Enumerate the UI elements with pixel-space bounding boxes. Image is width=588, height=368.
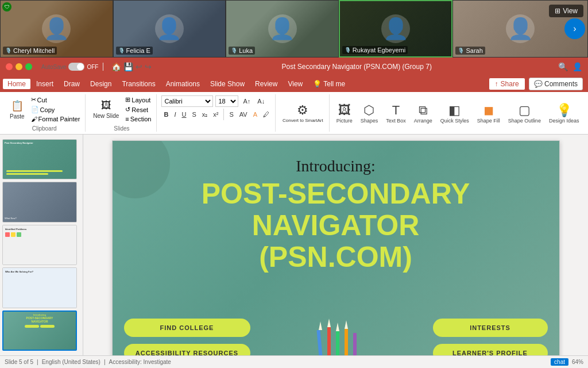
share-button[interactable]: ↑ Share [489,78,525,90]
slide-canvas[interactable]: Introducing: POST-SECONDARY NAVIGATOR (P… [112,140,560,355]
copy-button[interactable]: 📄 Copy [29,105,82,114]
font-color-button[interactable]: A [251,110,260,118]
video-tile-felicia[interactable]: 👤 🎙️ Felicia E [113,0,226,57]
chat-indicator[interactable]: chat [551,358,568,366]
view-button[interactable]: ⊞ View [549,5,583,17]
cut-button[interactable]: ✂ Cut [29,95,82,104]
subscript-button[interactable]: x₂ [200,110,210,119]
slide-thumbnail-2[interactable]: What Now? [2,182,77,222]
accessibility-button[interactable]: ACCESSIBILITY RESOURCES [124,344,250,355]
search-icon[interactable]: 🔍 [558,62,568,71]
slide-thumbnail-3[interactable]: Identified Problems [2,225,77,265]
accessibility-status: Accessibility: Investigate [109,359,171,365]
home-icon[interactable]: 🏠 [111,62,121,71]
participant-name-sarah: 🎙️ Sarah [455,47,485,55]
comments-button[interactable]: 💬 Comments [529,78,583,90]
main-area: Post Secondary Navigator What Now? Ident… [0,135,588,355]
reset-button[interactable]: ↺ Reset [123,105,153,114]
strikethrough-button[interactable]: S [189,110,198,118]
arrange-button[interactable]: ⧉ Arrange [412,102,435,125]
close-button[interactable] [6,63,13,70]
picture-button[interactable]: 🖼 Picture [334,102,355,125]
slide-thumbnail-1[interactable]: Post Secondary Navigator [2,139,77,179]
slide-thumbnail-5[interactable]: Introducing POST-SECONDARY NAVIGATOR [2,310,77,351]
layout-button[interactable]: ⊞ Layout [123,95,153,104]
menu-design[interactable]: Design [86,79,116,89]
font-size-select[interactable]: 18 [215,95,238,107]
svg-marker-5 [336,323,339,331]
quick-styles-button[interactable]: ◧ Quick Styles [438,102,471,125]
document-title: Post Secondary Navigator (PSN.COM) (Grou… [160,63,554,71]
new-slide-button[interactable]: 🖼 New Slide [90,98,122,121]
expand-arrow-button[interactable]: › [564,18,585,39]
menu-home[interactable]: Home [3,79,30,89]
char-spacing-button[interactable]: AV [237,110,250,118]
slide-thumbnail-4[interactable]: Who Are We Solving For? [2,267,77,308]
slide-panel: Post Secondary Navigator What Now? Ident… [0,135,83,355]
textbox-button[interactable]: T Text Box [384,102,408,125]
svg-rect-8 [353,333,357,355]
format-painter-button[interactable]: 🖌 Format Painter [29,115,82,123]
italic-button[interactable]: I [172,110,178,118]
bold-button[interactable]: B [161,110,171,118]
paste-button[interactable]: 📋 Paste [7,98,28,121]
title-bar: AutoSave OFF 🏠 💾 ↩ ↪ Post Secondary Navi… [0,57,588,76]
ribbon-toolbar: 📋 Paste ✂ Cut 📄 Copy 🖌 Format Painter Cl… [0,92,588,135]
menu-draw[interactable]: Draw [59,79,84,89]
quick-access-toolbar: 🏠 💾 ↩ ↪ [108,62,155,71]
text-shadow-button[interactable]: S [227,110,235,118]
video-strip: 👤 🎙️ Cheryl Mitchell 👤 🎙️ Felicia E 👤 🎙️… [0,0,588,57]
slide-content-area: FIND COLLEGE ACCESSIBILITY RESOURCES CHA… [113,285,559,355]
save-icon[interactable]: 💾 [123,62,133,71]
slide-view: Introducing: POST-SECONDARY NAVIGATOR (P… [83,135,588,355]
menu-bar: Home Insert Draw Design Transitions Anim… [0,76,588,92]
ppt-app: AutoSave OFF 🏠 💾 ↩ ↪ Post Secondary Navi… [0,57,588,368]
undo-icon[interactable]: ↩ [136,62,142,71]
clipboard-label: Clipboard [32,125,57,132]
participant-name-felicia: 🎙️ Felicia E [116,47,153,55]
center-decoration [256,307,416,355]
learners-profile-button[interactable]: LEARNER'S PROFILE [433,344,548,355]
convert-smartart-button[interactable]: ⚙ Convert to SmartArt [280,102,326,124]
shapes-button[interactable]: ⬡ Shapes [358,102,381,125]
minimize-button[interactable] [16,63,22,70]
shape-outline-button[interactable]: ▢ Shape Outline [506,102,543,125]
slide-main-title: POST-SECONDARY NAVIGATOR (PSN.COM) [113,178,559,273]
find-college-button[interactable]: FIND COLLEGE [124,319,250,337]
format-toolbar: B I U S x₂ x² S AV A 🖊 [161,109,272,120]
shape-fill-button[interactable]: ◼ Shape Fill [475,102,502,125]
decrease-font-button[interactable]: A↓ [255,97,267,105]
menu-view[interactable]: View [283,79,307,89]
svg-rect-6 [345,329,348,355]
menu-tellme[interactable]: 💡Tell me [308,79,350,89]
design-ideas-button[interactable]: 💡 Design Ideas [547,102,582,125]
video-tile-rukayat[interactable]: 👤 🎙️ Rukayat Egbeyemi [339,0,453,57]
menu-animations[interactable]: Animations [161,79,204,89]
separator [223,109,224,120]
left-button-col: FIND COLLEGE ACCESSIBILITY RESOURCES CHA… [124,319,250,355]
superscript-button[interactable]: x² [211,110,220,118]
autosave-toggle[interactable] [68,63,84,71]
highlight-button[interactable]: 🖊 [261,110,272,118]
menu-insert[interactable]: Insert [32,79,58,89]
smartart-group: ⚙ Convert to SmartArt [277,94,330,132]
maximize-button[interactable] [25,63,32,70]
interests-button[interactable]: INTERESTS [433,319,548,337]
language-status: English (United States) [42,359,100,365]
underline-button[interactable]: U [180,110,189,118]
video-tile-luka[interactable]: 👤 🎙️ Luka [226,0,339,57]
font-family-select[interactable]: Calibri [161,95,213,107]
redo-icon[interactable]: ↪ [145,62,152,71]
svg-rect-0 [316,330,324,355]
svg-marker-7 [345,320,348,329]
window-controls[interactable] [6,63,32,70]
increase-font-button[interactable]: A↑ [241,97,253,105]
section-button[interactable]: ≡ Section [123,115,153,123]
separator-2: | [104,359,106,365]
account-icon[interactable]: 👤 [572,62,582,71]
menu-slideshow[interactable]: Slide Show [206,79,249,89]
menu-transitions[interactable]: Transitions [117,79,160,89]
autosave-label: AutoSave [41,64,66,70]
video-tile-cheryl[interactable]: 👤 🎙️ Cheryl Mitchell [0,0,113,57]
menu-review[interactable]: Review [250,79,282,89]
